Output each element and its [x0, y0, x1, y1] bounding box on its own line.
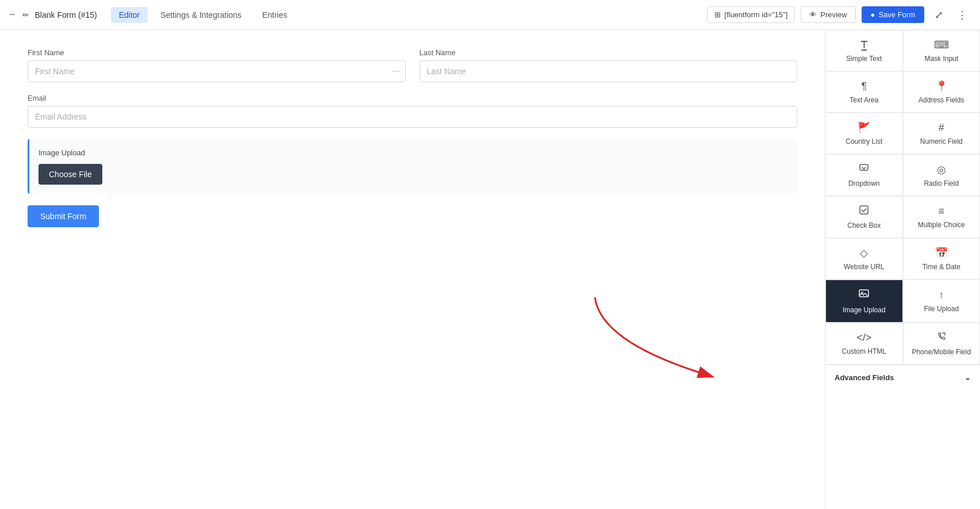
text-area-icon: ¶	[861, 81, 867, 93]
country-list-icon: 🚩	[858, 121, 870, 134]
sidebar-item-radio-field[interactable]: ◎ Radio Field	[903, 154, 981, 196]
eye-icon: 👁	[809, 10, 817, 19]
shortcode-button[interactable]: ⊞ [fluentform id="15"]	[707, 6, 795, 23]
time-date-label: Time & Date	[923, 263, 960, 271]
advanced-fields-label: Advanced Fields	[835, 373, 894, 382]
first-name-group: First Name ⋯	[28, 48, 406, 82]
phone-field-label: Phone/Mobile Field	[912, 348, 971, 356]
email-row: Email	[28, 94, 797, 128]
choose-file-button[interactable]: Choose File	[39, 164, 102, 185]
country-list-label: Country List	[846, 137, 882, 146]
image-upload-label: Image Upload	[843, 306, 886, 314]
top-navigation: − ✏ Blank Form (#15) Editor Settings & I…	[0, 0, 980, 30]
tab-editor[interactable]: Editor	[111, 7, 148, 23]
circle-check-icon: ●	[871, 10, 875, 19]
sidebar-item-website-url[interactable]: ◇ Website URL	[825, 238, 903, 280]
sidebar-item-text-area[interactable]: ¶ Text Area	[825, 71, 903, 113]
address-fields-label: Address Fields	[918, 96, 964, 104]
submit-form-button[interactable]: Submit Form	[28, 205, 99, 227]
sidebar-item-checkbox[interactable]: Check Box	[825, 196, 903, 238]
mask-input-label: Mask Input	[924, 55, 958, 63]
radio-field-label: Radio Field	[924, 179, 959, 187]
chevron-down-icon: ⌄	[964, 373, 971, 382]
minimize-button[interactable]: −	[9, 9, 16, 21]
dropdown-label: Dropdown	[848, 179, 880, 187]
field-sidebar: T̲ Simple Text ⌨ Mask Input ¶ Text Area …	[825, 30, 980, 509]
form-title: Blank Form (#15)	[35, 10, 97, 20]
sidebar-item-time-date[interactable]: 📅 Time & Date	[903, 238, 981, 280]
custom-html-label: Custom HTML	[842, 347, 886, 355]
sidebar-item-custom-html[interactable]: </> Custom HTML	[825, 323, 903, 365]
fullscreen-button[interactable]: ⤢	[930, 6, 948, 24]
custom-html-icon: </>	[856, 332, 871, 344]
email-input[interactable]	[28, 106, 797, 128]
sidebar-item-simple-text[interactable]: T̲ Simple Text	[825, 30, 903, 71]
name-row: First Name ⋯ Last Name	[28, 48, 797, 82]
dropdown-icon	[859, 163, 869, 176]
save-form-button[interactable]: ● Save Form	[862, 6, 924, 23]
website-url-label: Website URL	[844, 263, 884, 271]
checkbox-label: Check Box	[847, 221, 881, 229]
tab-entries[interactable]: Entries	[254, 7, 295, 23]
image-upload-label: Image Upload	[39, 148, 788, 157]
simple-text-label: Simple Text	[846, 55, 882, 63]
checkbox-icon	[859, 205, 869, 218]
sidebar-item-phone-field[interactable]: Phone/Mobile Field	[903, 323, 981, 365]
last-name-label: Last Name	[420, 48, 798, 57]
text-area-label: Text Area	[850, 96, 878, 104]
numeric-field-label: Numeric Field	[920, 137, 963, 146]
email-group: Email	[28, 94, 797, 128]
edit-icon: ✏	[22, 10, 29, 20]
sidebar-item-mask-input[interactable]: ⌨ Mask Input	[903, 30, 981, 71]
preview-button[interactable]: 👁 Preview	[801, 6, 855, 23]
field-grid: T̲ Simple Text ⌨ Mask Input ¶ Text Area …	[825, 30, 980, 365]
sidebar-item-dropdown[interactable]: Dropdown	[825, 154, 903, 196]
sidebar-item-file-upload[interactable]: ↑ File Upload	[903, 280, 981, 323]
advanced-fields-section[interactable]: Advanced Fields ⌄	[825, 365, 980, 390]
tab-settings[interactable]: Settings & Integrations	[152, 7, 249, 23]
time-date-icon: 📅	[935, 247, 948, 259]
address-fields-icon: 📍	[935, 80, 948, 93]
first-name-input[interactable]	[28, 60, 406, 82]
simple-text-icon: T̲	[861, 39, 867, 51]
radio-field-icon: ◎	[937, 163, 946, 176]
input-options-icon: ⋯	[392, 67, 400, 76]
more-options-button[interactable]: ⋮	[954, 6, 971, 24]
form-canvas: First Name ⋯ Last Name Email Image Uploa…	[0, 30, 825, 509]
sidebar-item-address-fields[interactable]: 📍 Address Fields	[903, 71, 981, 113]
last-name-group: Last Name	[420, 48, 798, 82]
file-upload-icon: ↑	[939, 289, 944, 301]
sidebar-item-country-list[interactable]: 🚩 Country List	[825, 113, 903, 154]
first-name-label: First Name	[28, 48, 406, 57]
sidebar-item-multiple-choice[interactable]: ≡ Multiple Choice	[903, 196, 981, 238]
image-upload-icon	[858, 288, 870, 303]
preview-label: Preview	[820, 10, 847, 19]
image-upload-field: Image Upload Choose File	[28, 139, 797, 194]
last-name-input[interactable]	[420, 60, 798, 82]
multiple-choice-label: Multiple Choice	[918, 221, 965, 229]
svg-rect-2	[860, 206, 868, 214]
email-label: Email	[28, 94, 797, 102]
shortcode-text: [fluentform id="15"]	[724, 10, 787, 19]
sidebar-item-image-upload[interactable]: Image Upload	[825, 280, 903, 323]
file-upload-label: File Upload	[924, 305, 959, 313]
phone-field-icon	[936, 331, 947, 345]
multiple-choice-icon: ≡	[938, 205, 944, 217]
website-url-icon: ◇	[860, 247, 868, 259]
shortcode-icon: ⊞	[714, 10, 721, 19]
numeric-field-icon: #	[939, 122, 944, 134]
mask-input-icon: ⌨	[934, 39, 949, 51]
sidebar-item-numeric-field[interactable]: # Numeric Field	[903, 113, 981, 154]
save-label: Save Form	[878, 10, 915, 19]
